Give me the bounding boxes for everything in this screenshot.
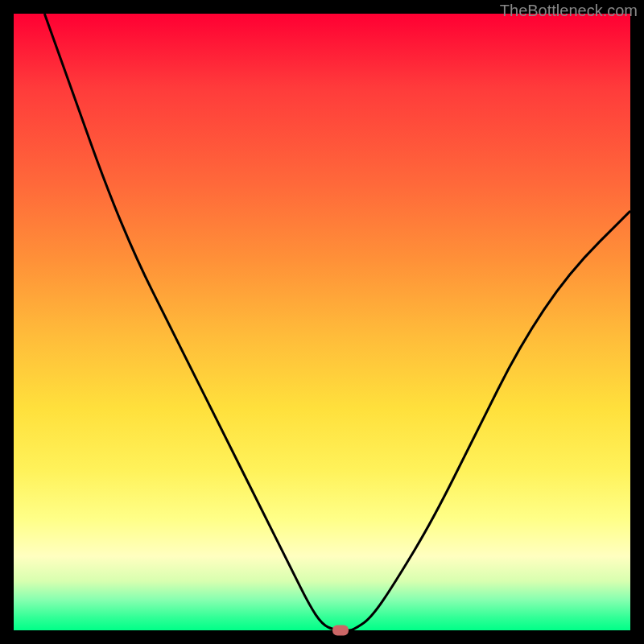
optimal-point-marker [332,625,349,636]
bottleneck-curve [14,14,630,630]
watermark-text: TheBottleneck.com [500,2,638,20]
chart-container: TheBottleneck.com [0,0,644,644]
